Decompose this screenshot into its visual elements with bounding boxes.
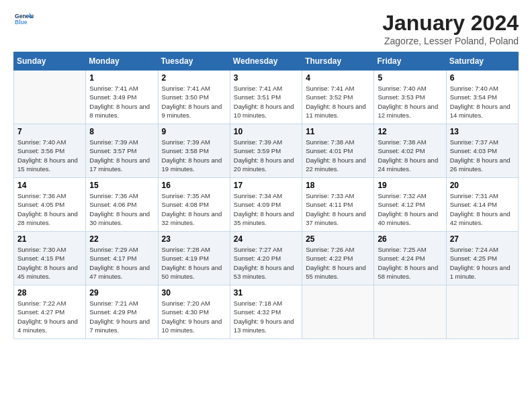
calendar-cell: 10 Sunrise: 7:39 AM Sunset: 3:59 PM Dayl… [230, 124, 302, 178]
sunrise: Sunrise: 7:32 AM [378, 192, 426, 199]
sunset: Sunset: 4:01 PM [306, 147, 353, 154]
day-number: 24 [234, 234, 298, 244]
day-number: 11 [306, 127, 370, 136]
calendar-cell [302, 285, 374, 339]
page-header: General Blue January 2024 Zagorze, Lesse… [13, 11, 519, 46]
calendar-body: 1 Sunrise: 7:41 AM Sunset: 3:49 PM Dayli… [14, 71, 519, 339]
day-number: 29 [89, 288, 154, 298]
calendar-cell: 13 Sunrise: 7:37 AM Sunset: 4:03 PM Dayl… [446, 124, 518, 178]
day-number: 25 [306, 234, 370, 244]
calendar-cell: 6 Sunrise: 7:40 AM Sunset: 3:54 PM Dayli… [446, 71, 518, 124]
daylight: Daylight: 8 hours and 10 minutes. [234, 103, 294, 119]
sunset: Sunset: 4:25 PM [450, 255, 497, 262]
sunrise: Sunrise: 7:36 AM [89, 192, 138, 199]
logo: General Blue [13, 11, 34, 32]
day-number: 7 [17, 127, 82, 136]
calendar-week-4: 21 Sunrise: 7:30 AM Sunset: 4:15 PM Dayl… [14, 232, 519, 285]
day-number: 16 [162, 181, 226, 190]
day-info: Sunrise: 7:39 AM Sunset: 3:58 PM Dayligh… [162, 138, 226, 173]
daylight: Daylight: 8 hours and 40 minutes. [378, 210, 438, 226]
sunset: Sunset: 4:12 PM [378, 201, 425, 208]
sunset: Sunset: 4:02 PM [378, 147, 425, 154]
day-info: Sunrise: 7:29 AM Sunset: 4:17 PM Dayligh… [89, 245, 154, 281]
daylight: Daylight: 8 hours and 28 minutes. [17, 210, 78, 226]
calendar-cell: 22 Sunrise: 7:29 AM Sunset: 4:17 PM Dayl… [86, 232, 158, 285]
calendar-cell: 29 Sunrise: 7:21 AM Sunset: 4:29 PM Dayl… [86, 285, 158, 339]
day-number: 2 [162, 73, 226, 83]
sunrise: Sunrise: 7:21 AM [89, 300, 138, 307]
day-info: Sunrise: 7:35 AM Sunset: 4:08 PM Dayligh… [162, 191, 226, 227]
sunrise: Sunrise: 7:41 AM [89, 85, 138, 92]
calendar-cell: 28 Sunrise: 7:22 AM Sunset: 4:27 PM Dayl… [14, 285, 86, 339]
calendar-table: SundayMondayTuesdayWednesdayThursdayFrid… [13, 52, 519, 339]
weekday-header-tuesday: Tuesday [158, 52, 230, 71]
day-number: 21 [17, 234, 82, 244]
calendar-cell: 3 Sunrise: 7:41 AM Sunset: 3:51 PM Dayli… [230, 71, 302, 124]
day-number: 31 [234, 288, 298, 298]
sunset: Sunset: 4:19 PM [162, 255, 209, 262]
day-info: Sunrise: 7:41 AM Sunset: 3:51 PM Dayligh… [234, 84, 298, 120]
month-title: January 2024 [382, 11, 519, 36]
daylight: Daylight: 8 hours and 17 minutes. [89, 156, 150, 173]
day-info: Sunrise: 7:37 AM Sunset: 4:03 PM Dayligh… [450, 138, 515, 173]
calendar-cell: 20 Sunrise: 7:31 AM Sunset: 4:14 PM Dayl… [446, 178, 518, 232]
day-info: Sunrise: 7:41 AM Sunset: 3:50 PM Dayligh… [162, 84, 226, 120]
daylight: Daylight: 8 hours and 26 minutes. [450, 156, 511, 173]
day-info: Sunrise: 7:27 AM Sunset: 4:20 PM Dayligh… [234, 245, 298, 281]
sunrise: Sunrise: 7:38 AM [378, 138, 426, 146]
calendar-cell: 4 Sunrise: 7:41 AM Sunset: 3:52 PM Dayli… [302, 71, 374, 124]
day-number: 13 [450, 127, 515, 136]
calendar-cell: 1 Sunrise: 7:41 AM Sunset: 3:49 PM Dayli… [86, 71, 158, 124]
day-number: 17 [234, 181, 298, 190]
sunset: Sunset: 4:20 PM [234, 255, 281, 262]
calendar-cell: 23 Sunrise: 7:28 AM Sunset: 4:19 PM Dayl… [158, 232, 230, 285]
daylight: Daylight: 8 hours and 30 minutes. [89, 210, 150, 226]
weekday-header-sunday: Sunday [14, 52, 86, 71]
daylight: Daylight: 9 hours and 10 minutes. [162, 318, 222, 334]
sunset: Sunset: 3:53 PM [378, 93, 425, 101]
day-info: Sunrise: 7:24 AM Sunset: 4:25 PM Dayligh… [450, 245, 515, 281]
day-info: Sunrise: 7:33 AM Sunset: 4:11 PM Dayligh… [306, 191, 370, 227]
day-number: 18 [306, 181, 370, 190]
sunset: Sunset: 3:56 PM [17, 147, 64, 154]
calendar-cell: 7 Sunrise: 7:40 AM Sunset: 3:56 PM Dayli… [14, 124, 86, 178]
daylight: Daylight: 8 hours and 32 minutes. [162, 210, 222, 226]
calendar-cell: 5 Sunrise: 7:40 AM Sunset: 3:53 PM Dayli… [374, 71, 446, 124]
sunrise: Sunrise: 7:37 AM [450, 138, 498, 146]
day-number: 28 [17, 288, 82, 298]
day-number: 19 [378, 181, 442, 190]
calendar-cell: 31 Sunrise: 7:18 AM Sunset: 4:32 PM Dayl… [230, 285, 302, 339]
calendar-cell: 8 Sunrise: 7:39 AM Sunset: 3:57 PM Dayli… [86, 124, 158, 178]
weekday-header-saturday: Saturday [446, 52, 518, 71]
day-number: 10 [234, 127, 298, 136]
daylight: Daylight: 8 hours and 37 minutes. [306, 210, 366, 226]
svg-text:Blue: Blue [15, 19, 28, 26]
calendar-cell: 12 Sunrise: 7:38 AM Sunset: 4:02 PM Dayl… [374, 124, 446, 178]
sunset: Sunset: 3:58 PM [162, 147, 209, 154]
daylight: Daylight: 8 hours and 12 minutes. [378, 103, 438, 119]
sunrise: Sunrise: 7:40 AM [450, 85, 498, 92]
daylight: Daylight: 8 hours and 24 minutes. [378, 156, 438, 173]
day-info: Sunrise: 7:41 AM Sunset: 3:52 PM Dayligh… [306, 84, 370, 120]
day-number: 15 [89, 181, 154, 190]
day-info: Sunrise: 7:41 AM Sunset: 3:49 PM Dayligh… [89, 84, 154, 120]
daylight: Daylight: 8 hours and 19 minutes. [162, 156, 222, 173]
sunrise: Sunrise: 7:39 AM [162, 138, 210, 146]
weekday-header-wednesday: Wednesday [230, 52, 302, 71]
sunrise: Sunrise: 7:38 AM [306, 138, 354, 146]
calendar-cell: 30 Sunrise: 7:20 AM Sunset: 4:30 PM Dayl… [158, 285, 230, 339]
sunset: Sunset: 4:22 PM [306, 255, 353, 262]
sunrise: Sunrise: 7:30 AM [17, 246, 66, 253]
sunrise: Sunrise: 7:39 AM [234, 138, 282, 146]
calendar-week-5: 28 Sunrise: 7:22 AM Sunset: 4:27 PM Dayl… [14, 285, 519, 339]
sunset: Sunset: 4:15 PM [17, 255, 64, 262]
sunrise: Sunrise: 7:40 AM [378, 85, 426, 92]
day-info: Sunrise: 7:40 AM Sunset: 3:53 PM Dayligh… [378, 84, 442, 120]
daylight: Daylight: 8 hours and 42 minutes. [450, 210, 511, 226]
day-info: Sunrise: 7:32 AM Sunset: 4:12 PM Dayligh… [378, 191, 442, 227]
calendar-cell: 11 Sunrise: 7:38 AM Sunset: 4:01 PM Dayl… [302, 124, 374, 178]
day-info: Sunrise: 7:18 AM Sunset: 4:32 PM Dayligh… [234, 299, 298, 334]
sunset: Sunset: 4:24 PM [378, 255, 425, 262]
weekday-header-friday: Friday [374, 52, 446, 71]
sunset: Sunset: 3:50 PM [162, 93, 209, 101]
